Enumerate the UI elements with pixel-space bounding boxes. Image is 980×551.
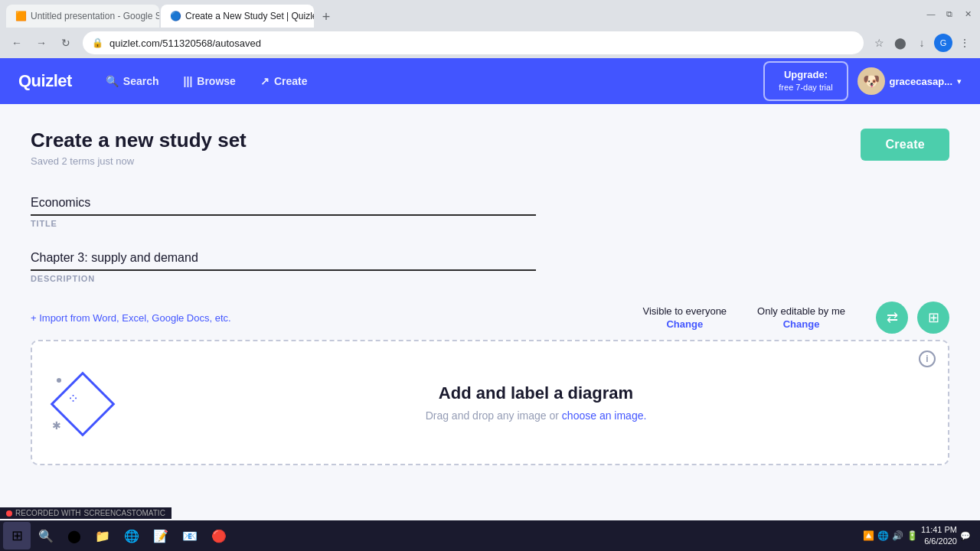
- nav-browse[interactable]: ||| Browse: [175, 70, 245, 92]
- extension-icon-2[interactable]: ↓: [913, 34, 931, 52]
- editable-label: Only editable by me: [757, 305, 845, 317]
- swap-icon-button[interactable]: ⇄: [876, 302, 908, 334]
- nav-buttons: ← → ↻: [6, 32, 77, 54]
- close-button[interactable]: ✕: [962, 8, 974, 20]
- title-label: TITLE: [31, 219, 536, 228]
- dots-icon: ⁘: [67, 390, 79, 407]
- create-icon: ↗: [260, 75, 270, 87]
- grid-icon-button[interactable]: ⊞: [917, 302, 949, 334]
- visibility-change-btn[interactable]: Change: [642, 318, 727, 330]
- visibility-setting: Visible to everyone Change: [642, 305, 727, 330]
- recording-label: RECORDED WITH: [15, 509, 81, 517]
- diagram-section[interactable]: i ⁘ ✱ Add and label a diagram Drag and d…: [31, 340, 949, 465]
- import-link[interactable]: + Import from Word, Excel, Google Docs, …: [31, 312, 231, 324]
- upgrade-label: Upgrade:: [779, 69, 832, 82]
- upgrade-button[interactable]: Upgrade: free 7-day trial: [763, 61, 848, 100]
- browse-label: Browse: [197, 75, 236, 87]
- taskbar-recording[interactable]: 🔴: [205, 522, 233, 549]
- address-bar[interactable]: 🔒 quizlet.com/511320568/autosaved: [83, 31, 864, 54]
- taskbar-word[interactable]: 📝: [147, 522, 175, 549]
- taskbar-icon-4: 🔋: [906, 530, 918, 541]
- title-section: TITLE: [31, 191, 536, 228]
- lock-icon: 🔒: [92, 37, 103, 48]
- taskbar-right: 🔼 🌐 🔊 🔋 11:41 PM 6/6/2020 💬: [863, 524, 977, 548]
- page-header: Create a new study set Saved 2 terms jus…: [31, 129, 949, 167]
- navbar-nav: 🔍 Search ||| Browse ↗ Create: [96, 70, 739, 92]
- profile-circle[interactable]: G: [934, 34, 952, 52]
- taskbar: ⊞ 🔍 ⬤ 📁 🌐 📝 📧 🔴 🔼 🌐 🔊 🔋 11:41 PM 6/6/202…: [0, 520, 980, 551]
- taskbar-icon-3: 🔊: [892, 530, 903, 541]
- recording-badge: RECORDED WITH SCREENCASTOMATIC: [0, 507, 172, 519]
- info-icon[interactable]: i: [919, 350, 936, 367]
- minimize-button[interactable]: —: [925, 8, 937, 20]
- create-button[interactable]: Create: [861, 129, 949, 161]
- upgrade-sub: free 7-day trial: [779, 82, 832, 93]
- recording-app: SCREENCASTOMATIC: [84, 509, 165, 517]
- user-avatar: 🐶: [858, 67, 885, 95]
- browser-chrome: 🟧 Untitled presentation - Google S ✕ 🔵 C…: [0, 0, 980, 58]
- taskbar-chrome[interactable]: 🌐: [118, 522, 145, 549]
- maximize-button[interactable]: ⧉: [943, 8, 956, 20]
- taskbar-files[interactable]: 📁: [89, 522, 116, 549]
- import-link-section: + Import from Word, Excel, Google Docs, …: [31, 311, 231, 324]
- diagram-placeholder: ⁘ ✱: [51, 372, 112, 433]
- page-title-section: Create a new study set Saved 2 terms jus…: [31, 129, 247, 167]
- start-button[interactable]: ⊞: [3, 522, 31, 549]
- app-wrapper: Quizlet 🔍 Search ||| Browse ↗ Create Upg…: [0, 58, 980, 490]
- navbar-right: Upgrade: free 7-day trial 🐶 gracecasap..…: [763, 61, 962, 100]
- browser-tabs: 🟧 Untitled presentation - Google S ✕ 🔵 C…: [6, 0, 916, 28]
- back-button[interactable]: ←: [6, 32, 28, 54]
- page-title: Create a new study set: [31, 129, 247, 152]
- tab-title-1: Untitled presentation - Google S: [31, 11, 159, 21]
- saved-notice: Saved 2 terms just now: [31, 155, 247, 167]
- extension-icon-1[interactable]: ⬤: [891, 34, 910, 52]
- asterisk-icon: ✱: [52, 419, 61, 432]
- description-label: DESCRIPTION: [31, 274, 536, 283]
- corner-dot: [57, 378, 61, 383]
- window-controls: — ⧉ ✕: [925, 8, 974, 20]
- diagram-title: Add and label a diagram: [142, 383, 929, 403]
- forward-button[interactable]: →: [31, 32, 52, 54]
- search-label: Search: [123, 75, 159, 87]
- tab-favicon-2: 🔵: [170, 11, 181, 21]
- description-input[interactable]: [31, 246, 536, 271]
- nav-create[interactable]: ↗ Create: [251, 70, 317, 92]
- taskbar-icon-1: 🔼: [863, 530, 874, 541]
- new-tab-button[interactable]: +: [315, 6, 337, 28]
- recording-dot: [6, 510, 12, 517]
- user-name: gracecasap...: [890, 76, 952, 87]
- taskbar-notification[interactable]: 💬: [960, 531, 971, 541]
- more-options-icon[interactable]: ⋮: [956, 34, 974, 52]
- diagram-text-area: Add and label a diagram Drag and drop an…: [142, 383, 929, 422]
- taskbar-time: 11:41 PM 6/6/2020: [921, 524, 957, 548]
- choose-image-link[interactable]: choose an image.: [562, 409, 647, 422]
- refresh-button[interactable]: ↻: [55, 32, 77, 54]
- nav-search[interactable]: 🔍 Search: [96, 70, 168, 92]
- browser-tab-1[interactable]: 🟧 Untitled presentation - Google S ✕: [6, 5, 159, 28]
- user-menu[interactable]: 🐶 gracecasap... ▾: [858, 67, 962, 95]
- taskbar-cortana[interactable]: ⬤: [61, 522, 87, 549]
- address-toolbar: ☆ ⬤ ↓ G ⋮: [870, 34, 974, 52]
- page-content: Create a new study set Saved 2 terms jus…: [0, 104, 980, 490]
- browser-titlebar: 🟧 Untitled presentation - Google S ✕ 🔵 C…: [0, 0, 980, 28]
- taskbar-outlook[interactable]: 📧: [176, 522, 204, 549]
- search-icon: 🔍: [106, 75, 119, 87]
- quizlet-logo[interactable]: Quizlet: [18, 71, 72, 91]
- title-input[interactable]: [31, 191, 536, 216]
- user-chevron-icon: ▾: [957, 77, 962, 86]
- browser-tab-2[interactable]: 🔵 Create a New Study Set | Quizlet ✕: [161, 5, 314, 28]
- tab-title-2: Create a New Study Set | Quizlet: [185, 11, 314, 21]
- bookmark-icon[interactable]: ☆: [870, 34, 888, 52]
- create-label: Create: [274, 75, 308, 87]
- address-text: quizlet.com/511320568/autosaved: [109, 37, 261, 49]
- browser-addressbar: ← → ↻ 🔒 quizlet.com/511320568/autosaved …: [0, 28, 980, 58]
- tab-favicon-1: 🟧: [15, 11, 26, 21]
- diagram-subtitle: Drag and drop any image or choose an ima…: [142, 409, 929, 422]
- editable-change-btn[interactable]: Change: [757, 318, 845, 330]
- taskbar-search[interactable]: 🔍: [32, 522, 60, 549]
- settings-icons: ⇄ ⊞: [876, 302, 949, 334]
- navbar: Quizlet 🔍 Search ||| Browse ↗ Create Upg…: [0, 58, 980, 104]
- visibility-label: Visible to everyone: [642, 305, 727, 317]
- description-section: DESCRIPTION: [31, 246, 536, 283]
- taskbar-icon-2: 🌐: [877, 530, 889, 541]
